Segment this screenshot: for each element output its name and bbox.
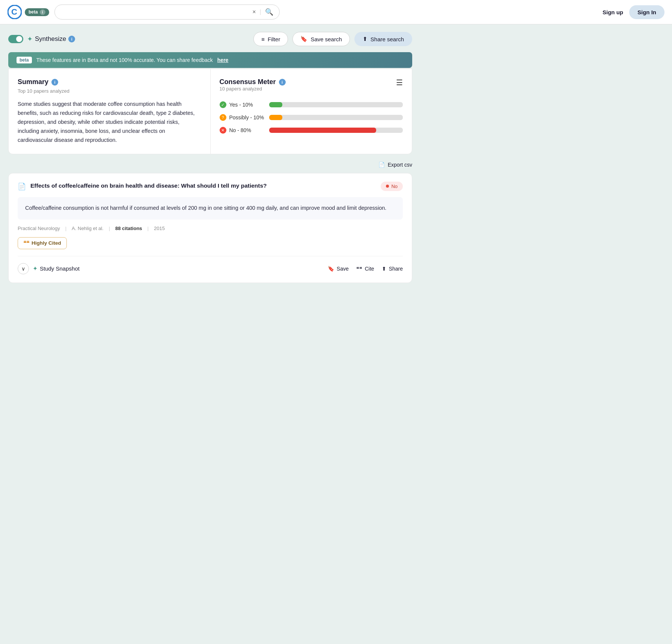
paper-title: Effects of coffee/caffeine on brain heal…	[30, 182, 267, 190]
summary-subtitle: Top 10 papers analyzed	[18, 88, 201, 94]
meta-sep-3: |	[148, 226, 149, 231]
synthesize-label-group: ✦ Synthesize i	[27, 35, 75, 43]
consensus-menu-icon[interactable]: ☰	[396, 78, 403, 87]
save-label: Save	[337, 266, 349, 272]
synthesize-info-icon[interactable]: i	[68, 36, 75, 42]
yes-status-icon: ✓	[220, 101, 226, 108]
search-bar: is coffee bad for us × | 🔍	[54, 5, 280, 20]
search-submit-button[interactable]: 🔍	[265, 8, 273, 16]
meta-sep-2: |	[109, 226, 110, 231]
possibly-bar	[269, 115, 283, 120]
meter-label-yes: ✓ Yes - 10%	[220, 101, 265, 108]
share-paper-icon: ⬆	[382, 266, 386, 272]
summary-title-row: Summary i	[18, 78, 201, 86]
synthesis-panel: Summary i Top 10 papers analyzed Some st…	[8, 69, 412, 154]
snapshot-expand-button[interactable]: ∨	[18, 263, 29, 274]
cite-paper-button[interactable]: ❝❝ Cite	[356, 266, 374, 272]
paper-card: 📄 Effects of coffee/caffeine on brain he…	[8, 173, 412, 283]
export-csv-button[interactable]: 📄 Export csv	[378, 162, 412, 168]
save-search-button[interactable]: 🔖 Save search	[292, 32, 350, 46]
paper-header: 📄 Effects of coffee/caffeine on brain he…	[18, 182, 403, 191]
quote-icon: ❝❝	[23, 240, 29, 247]
signin-button[interactable]: Sign In	[629, 5, 664, 19]
meter-row-no: ✕ No - 80%	[220, 127, 403, 134]
save-icon: 🔖	[328, 266, 334, 272]
bookmark-icon: 🔖	[300, 36, 307, 42]
banner-feedback-link[interactable]: here	[217, 57, 229, 63]
paper-abstract: Coffee/caffeine consumption is not harmf…	[18, 197, 403, 220]
synthesize-label-text: Synthesize	[35, 35, 66, 43]
paper-year: 2015	[154, 226, 165, 231]
paper-journal: Practical Neurology	[18, 226, 60, 231]
signup-button[interactable]: Sign up	[603, 9, 623, 15]
toolbar-right: ≡ Filter 🔖 Save search ⬆ Share search	[253, 32, 412, 46]
possibly-label: Possibly - 10%	[229, 114, 264, 120]
study-snapshot-row: ∨ ✦ Study Snapshot 🔖 Save ❝❝ Cite ⬆ Shar…	[18, 256, 403, 274]
snapshot-label: ✦ Study Snapshot	[33, 265, 80, 272]
summary-heading: Summary	[18, 78, 48, 86]
share-label: Share	[389, 266, 403, 272]
snapshot-label-text: Study Snapshot	[40, 265, 80, 272]
toolbar: ✦ Synthesize i ≡ Filter 🔖 Save search ⬆ …	[8, 32, 412, 46]
save-paper-button[interactable]: 🔖 Save	[328, 266, 349, 272]
share-search-button[interactable]: ⬆ Share search	[354, 32, 412, 46]
snapshot-left: ∨ ✦ Study Snapshot	[18, 263, 80, 274]
no-bar	[269, 128, 376, 133]
snapshot-actions: 🔖 Save ❝❝ Cite ⬆ Share	[328, 266, 403, 272]
header: C beta i is coffee bad for us × | 🔍 Sign…	[0, 0, 672, 24]
search-clear-button[interactable]: ×	[252, 9, 256, 15]
summary-text: Some studies suggest that moderate coffe…	[18, 100, 201, 145]
meter-row-possibly: ? Possibly - 10%	[220, 114, 403, 121]
consensus-title-row: Consensus Meter i	[220, 78, 286, 86]
banner-beta-tag: beta	[17, 57, 32, 63]
export-icon: 📄	[378, 162, 385, 168]
banner-message: These features are in Beta and not 100% …	[36, 57, 213, 63]
consensus-section: Consensus Meter i 10 papers analyzed ☰ ✓…	[211, 69, 412, 154]
yes-label: Yes - 10%	[229, 102, 253, 108]
possibly-bar-container	[269, 115, 403, 120]
highly-cited-label: Highly Cited	[32, 240, 61, 246]
highly-cited-badge: ❝❝ Highly Cited	[18, 237, 67, 249]
yes-bar	[269, 102, 283, 107]
doc-icon: 📄	[18, 182, 26, 191]
sparkle-icon: ✦	[27, 35, 33, 43]
cite-icon: ❝❝	[356, 266, 362, 272]
no-label: No - 80%	[229, 127, 251, 133]
consensus-subtitle: 10 papers analyzed	[220, 86, 286, 92]
possibly-status-icon: ?	[220, 114, 226, 121]
synthesize-toggle[interactable]	[8, 35, 23, 43]
synthesize-group: ✦ Synthesize i	[8, 35, 75, 43]
beta-banner: beta These features are in Beta and not …	[8, 52, 412, 68]
meta-sep-1: |	[65, 226, 66, 231]
consensus-info-icon[interactable]: i	[279, 79, 286, 86]
beta-info-icon[interactable]: i	[40, 9, 45, 15]
logo-group: C beta i	[8, 5, 49, 19]
search-input[interactable]: is coffee bad for us	[61, 9, 249, 15]
paper-title-row: 📄 Effects of coffee/caffeine on brain he…	[18, 182, 381, 191]
paper-meta: Practical Neurology | A. Nehlig et al. |…	[18, 226, 403, 231]
header-actions: Sign up Sign In	[603, 5, 664, 19]
cite-label: Cite	[365, 266, 374, 272]
snapshot-sparkle-icon: ✦	[33, 265, 38, 272]
export-row: 📄 Export csv	[8, 162, 412, 168]
verdict-dot	[386, 185, 389, 188]
svg-text:C: C	[11, 7, 17, 17]
share-paper-button[interactable]: ⬆ Share	[382, 266, 403, 272]
logo: C	[8, 5, 22, 19]
filter-button[interactable]: ≡ Filter	[253, 32, 288, 46]
share-icon: ⬆	[363, 36, 368, 42]
meter-label-possibly: ? Possibly - 10%	[220, 114, 265, 121]
meter-label-no: ✕ No - 80%	[220, 127, 265, 134]
beta-badge: beta i	[25, 8, 49, 16]
consensus-heading: Consensus Meter	[220, 78, 276, 86]
no-bar-container	[269, 128, 403, 133]
verdict-badge: No	[381, 182, 403, 191]
summary-section: Summary i Top 10 papers analyzed Some st…	[9, 69, 211, 154]
verdict-label: No	[391, 184, 398, 189]
filter-icon: ≡	[261, 36, 265, 42]
paper-authors: A. Nehlig et al.	[72, 226, 104, 231]
meter-row-yes: ✓ Yes - 10%	[220, 101, 403, 108]
summary-info-icon[interactable]: i	[51, 79, 58, 86]
main-content: ✦ Synthesize i ≡ Filter 🔖 Save search ⬆ …	[0, 24, 420, 290]
consensus-header: Consensus Meter i 10 papers analyzed ☰	[220, 78, 403, 99]
